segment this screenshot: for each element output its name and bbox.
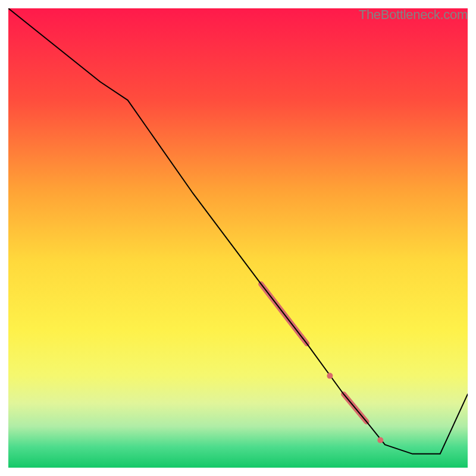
highlight-dot xyxy=(377,437,383,443)
bottleneck-curve xyxy=(8,8,468,454)
plot-area: TheBottleneck.com xyxy=(8,8,468,468)
chart-line-layer xyxy=(8,8,468,468)
highlight-dot xyxy=(327,373,333,379)
watermark-label: TheBottleneck.com xyxy=(359,7,468,23)
chart-container: TheBottleneck.com xyxy=(0,0,476,476)
